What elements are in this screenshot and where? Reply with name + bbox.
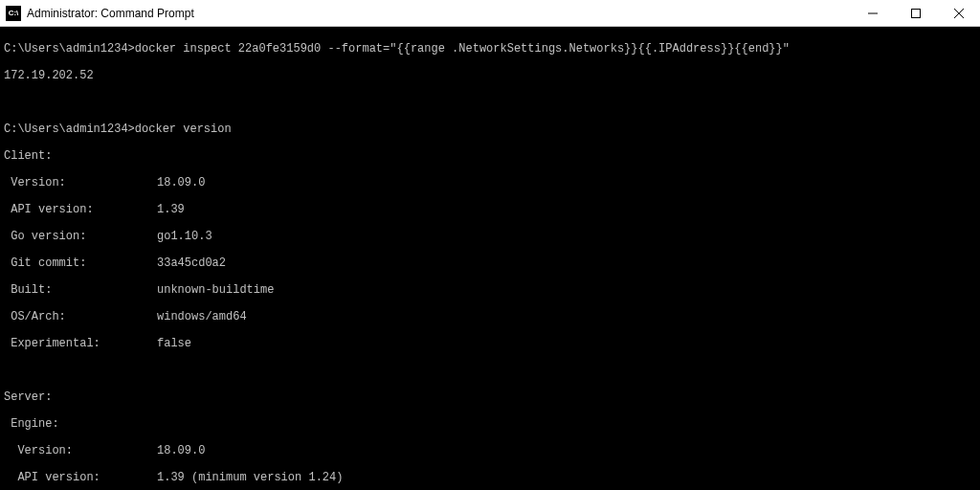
minimize-icon <box>868 9 878 18</box>
kv-value: false <box>157 337 191 350</box>
kv-key: API version: <box>4 203 157 216</box>
terminal-output[interactable]: C:\Users\admin1234>docker inspect 22a0fe… <box>0 27 980 490</box>
section-header: Engine: <box>4 417 976 431</box>
kv-key: Git commit: <box>4 256 157 270</box>
kv-value: unknown-buildtime <box>157 283 274 297</box>
kv-value: windows/amd64 <box>157 310 247 323</box>
kv-key: OS/Arch: <box>4 310 157 323</box>
prompt: C:\Users\admin1234> <box>4 122 135 136</box>
cmd-icon: C:\ <box>6 6 21 21</box>
command-text: docker inspect 22a0fe3159d0 --format="{{… <box>135 42 790 56</box>
maximize-icon <box>911 9 921 18</box>
kv-value: 33a45cd0a2 <box>157 256 226 270</box>
titlebar: C:\ Administrator: Command Prompt <box>0 0 980 27</box>
kv-key: Built: <box>4 283 157 297</box>
kv-key: API version: <box>4 471 157 484</box>
close-icon <box>954 9 964 18</box>
kv-value: 18.09.0 <box>157 444 205 457</box>
kv-value: go1.10.3 <box>157 230 212 243</box>
window-controls <box>851 0 980 26</box>
minimize-button[interactable] <box>851 0 894 26</box>
kv-key: Version: <box>4 176 157 189</box>
kv-value: 1.39 (minimum version 1.24) <box>157 471 343 484</box>
kv-key: Version: <box>4 444 157 457</box>
section-header: Server: <box>4 390 976 404</box>
prompt: C:\Users\admin1234> <box>4 42 135 56</box>
kv-value: 18.09.0 <box>157 176 205 189</box>
kv-key: Go version: <box>4 230 157 243</box>
command-text: docker version <box>135 122 232 136</box>
kv-value: 1.39 <box>157 203 185 216</box>
window-title: Administrator: Command Prompt <box>27 7 851 20</box>
kv-key: Experimental: <box>4 337 157 350</box>
maximize-button[interactable] <box>894 0 937 26</box>
output-line: 172.19.202.52 <box>4 69 976 82</box>
svg-rect-1 <box>911 9 920 17</box>
section-header: Client: <box>4 149 976 163</box>
close-button[interactable] <box>937 0 980 26</box>
